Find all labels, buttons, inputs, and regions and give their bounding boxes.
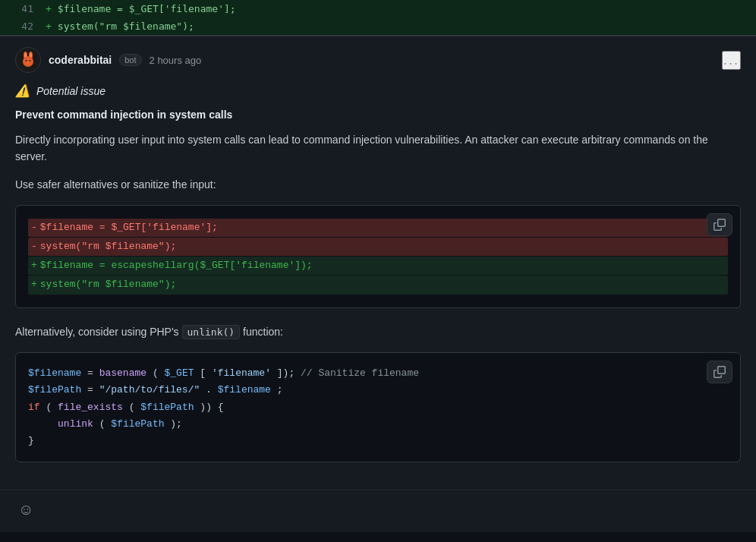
copy-diff-button[interactable] [707,213,732,236]
comment-timestamp: 2 hours ago [150,55,202,66]
diff-code-41: $filename = $_GET['filename']; [58,3,236,14]
comment-body: ⚠️ Potential issue Prevent command injec… [0,80,756,490]
diff-code-content: $filename = $_GET['filename']; system("r… [16,206,740,307]
svg-point-8 [27,62,29,63]
emoji-reaction-button[interactable]: ☺ [15,498,36,522]
line-number-41: 41 [9,3,33,14]
alt-text-before: Alternatively, consider using PHP's [15,326,179,338]
svg-point-6 [26,60,27,61]
potential-issue-text: Potential issue [36,85,106,97]
diff-added-line-2: system("rm $filename"); [28,276,728,294]
potential-issue-label: ⚠️ Potential issue [15,84,741,98]
warning-icon: ⚠️ [15,84,30,98]
diff-added-line-1: $filename = escapeshellarg($_GET['filena… [28,257,728,275]
issue-suggestion: Use safer alternatives or sanitize the i… [15,176,741,193]
bot-badge: bot [119,54,141,66]
alt-code-line-4: unlink ( $filePath ); [28,416,728,433]
diff-plus-41: + [46,3,52,14]
diff-code-block: $filename = $_GET['filename']; system("r… [15,205,741,307]
diff-removed-line-2: system("rm $filename"); [28,238,728,256]
username: coderabbitai [49,54,112,66]
diff-line-41: 41 + $filename = $_GET['filename']; [0,0,756,17]
copy-alt-button[interactable] [707,361,732,383]
issue-description: Directly incorporating user input into s… [15,131,741,165]
diff-code-42: system("rm $filename"); [58,20,194,32]
diff-line-42: 42 + system("rm $filename"); [0,17,756,35]
line-number-42: 42 [9,20,33,32]
alt-code-line-3: if ( file_exists ( $filePath )) { [28,399,728,416]
comment-author-area: coderabbitai bot 2 hours ago [15,47,201,73]
more-options-button[interactable]: ... [722,51,741,70]
diff-removed-line-1: $filename = $_GET['filename']; [28,219,728,237]
code-diff-section: 41 + $filename = $_GET['filename']; 42 +… [0,0,756,36]
issue-title: Prevent command injection in system call… [15,109,741,121]
comment-container: coderabbitai bot 2 hours ago ... ⚠️ Pote… [0,36,756,532]
alt-code-block: $filename = basename ( $_GET [ 'filename… [15,352,741,462]
comment-footer: ☺ [0,490,756,532]
svg-point-5 [23,56,33,67]
alt-code-line-2: $filePath = "/path/to/files/" . $filenam… [28,382,728,399]
avatar [15,47,41,73]
alt-code-line-1: $filename = basename ( $_GET [ 'filename… [28,365,728,382]
alt-text-after: function: [243,326,283,338]
alt-inline-code: unlink() [182,325,241,339]
diff-plus-42: + [46,20,52,32]
alt-suggestion-text: Alternatively, consider using PHP's unli… [15,323,741,341]
alt-code-content: $filename = basename ( $_GET [ 'filename… [16,353,740,461]
alt-code-line-5: } [28,433,728,449]
svg-point-7 [30,60,31,61]
comment-header: coderabbitai bot 2 hours ago ... [0,36,756,80]
